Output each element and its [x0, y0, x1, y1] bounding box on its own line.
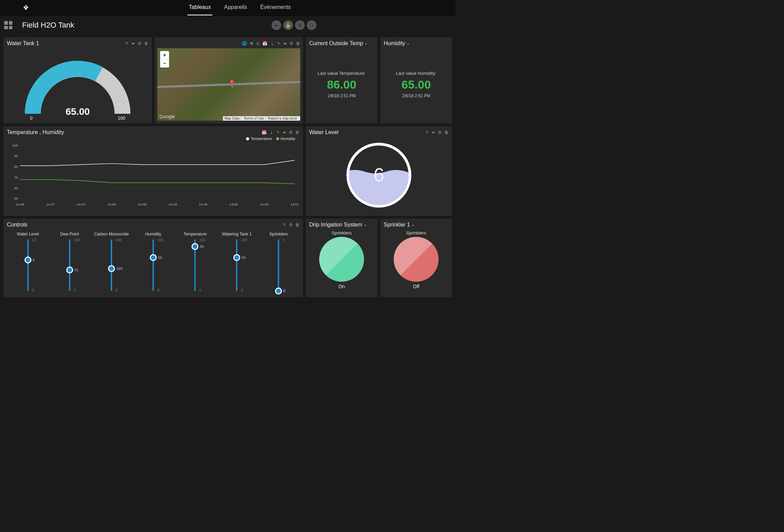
- card-title[interactable]: Drip Irrigation System: [309, 222, 366, 228]
- card-drip-irrigation: Drip Irrigation System Sprinklers On: [306, 219, 378, 297]
- slider-track[interactable]: 100086: [194, 239, 196, 291]
- slider-knob[interactable]: [275, 288, 282, 294]
- gear-icon[interactable]: ⚙: [290, 41, 293, 46]
- gauge: 65.00 0 100: [12, 52, 143, 121]
- slider-track[interactable]: 100041: [69, 239, 70, 291]
- slider-knob[interactable]: [108, 265, 115, 272]
- globe-icon[interactable]: 🌐: [242, 41, 247, 46]
- subheader: Field H2O Tank ➦ 🔓 ⧉ 🖵: [0, 16, 455, 34]
- edit-icon[interactable]: ✎: [283, 222, 286, 227]
- map-data-link[interactable]: Map Data: [225, 117, 241, 120]
- nav-tabs: Tableaux Appareils Événements: [187, 0, 292, 16]
- share-icon[interactable]: ➦: [131, 41, 135, 46]
- toggle-on-button[interactable]: [319, 237, 364, 282]
- slider-track[interactable]: 100: [278, 239, 279, 291]
- monitor-icon[interactable]: 🖵: [307, 20, 316, 30]
- target-icon[interactable]: ◎: [256, 41, 259, 46]
- map-zoom: + −: [160, 51, 169, 68]
- copy-icon[interactable]: ⧉: [295, 20, 305, 30]
- share-icon[interactable]: ➦: [283, 41, 287, 46]
- edit-icon[interactable]: ✎: [276, 130, 280, 135]
- slider-min: 0: [116, 288, 118, 292]
- stat-value: 65.00: [401, 78, 431, 91]
- sliders-row: Water Level1006Dew Point100041Carbon Mon…: [7, 230, 300, 294]
- slider-knob[interactable]: [24, 257, 31, 263]
- svg-text:14:49: 14:49: [199, 202, 208, 206]
- svg-text:14:49: 14:49: [168, 202, 177, 206]
- toggle-off-button[interactable]: [394, 237, 439, 282]
- trash-icon[interactable]: 🗑: [295, 130, 300, 135]
- card-outside-temp: Current Outside Temp Last value Temperat…: [306, 37, 378, 123]
- slider-label: Temperature: [183, 232, 206, 237]
- slider-max: 100: [199, 238, 205, 242]
- gear-icon[interactable]: ⚙: [438, 130, 442, 135]
- card-title[interactable]: Sprinkler 1: [384, 222, 414, 228]
- slider-max: 100: [74, 238, 80, 242]
- slider-knob[interactable]: [150, 254, 157, 261]
- slider-knob[interactable]: [233, 254, 240, 261]
- slider-sprinklers: Sprinklers100: [261, 232, 296, 291]
- slider-knob[interactable]: [192, 243, 198, 250]
- card-title: Water Level: [309, 129, 339, 135]
- slider-knob[interactable]: [66, 267, 73, 273]
- slider-track[interactable]: 100065: [236, 239, 237, 291]
- gear-icon[interactable]: ⚙: [289, 222, 293, 227]
- trash-icon[interactable]: 🗑: [295, 222, 300, 227]
- gear-icon[interactable]: ⚙: [289, 130, 293, 135]
- share-icon[interactable]: ➦: [283, 130, 286, 135]
- unlock-icon[interactable]: 🔓: [283, 20, 293, 30]
- calendar-icon[interactable]: 📅: [262, 130, 267, 135]
- card-water-level: Water Level ✎ ➦ ⚙ 🗑 6: [306, 126, 452, 216]
- calendar-icon[interactable]: 📅: [262, 41, 267, 46]
- page-actions: ➦ 🔓 ⧉ 🖵: [209, 20, 316, 30]
- stat-label: Last value Temperature:: [317, 71, 365, 76]
- card-title[interactable]: Humidity: [384, 40, 409, 47]
- card-title: Temperature , Humidity: [7, 129, 64, 135]
- zoom-in-button[interactable]: +: [160, 51, 169, 59]
- svg-text:14:48: 14:48: [107, 202, 116, 206]
- map-report-link[interactable]: Report a map error: [268, 117, 298, 120]
- map-terms-link[interactable]: Terms of Use: [244, 117, 266, 120]
- slider-max: 100: [157, 238, 164, 242]
- svg-text:14:47: 14:47: [77, 202, 85, 206]
- slider-water-level: Water Level1006: [11, 232, 45, 291]
- edit-icon[interactable]: ✎: [277, 41, 281, 46]
- download-icon[interactable]: ⭳: [270, 41, 274, 46]
- share-icon[interactable]: ➦: [272, 20, 281, 30]
- toggle-sublabel: Sprinklers: [332, 230, 352, 235]
- slider-track[interactable]: 100065: [153, 239, 154, 291]
- apps-grid-icon[interactable]: [4, 21, 12, 29]
- card-title[interactable]: Current Outside Temp: [309, 40, 367, 47]
- gear-icon[interactable]: ⚙: [138, 41, 141, 46]
- trash-icon[interactable]: 🗑: [144, 41, 148, 46]
- download-icon[interactable]: ⭳: [270, 130, 274, 135]
- map-marker-icon[interactable]: 📍: [227, 80, 237, 89]
- edit-icon[interactable]: ✎: [425, 130, 429, 135]
- card-sprinkler-1: Sprinkler 1 Sprinklers Off: [380, 219, 452, 297]
- map-canvas[interactable]: + − 📍 Google Map Data Terms of Use Repor…: [157, 48, 300, 121]
- edit-icon[interactable]: ✎: [125, 41, 129, 46]
- svg-point-1: [26, 6, 28, 8]
- tab-appareils[interactable]: Appareils: [223, 0, 248, 16]
- zoom-out-button[interactable]: −: [160, 59, 169, 68]
- expand-icon[interactable]: ✥: [250, 41, 253, 46]
- trash-icon[interactable]: 🗑: [444, 130, 449, 135]
- slider-track[interactable]: 9000389: [111, 239, 112, 291]
- card-title: Controls: [7, 222, 28, 228]
- toggle-state: On: [339, 284, 345, 289]
- svg-text:14:46: 14:46: [16, 202, 24, 206]
- slider-min: 0: [74, 288, 76, 292]
- slider-min: 0: [157, 288, 159, 292]
- trash-icon[interactable]: 🗑: [296, 41, 300, 46]
- tab-tableaux[interactable]: Tableaux: [187, 0, 212, 16]
- slider-max: 10: [32, 238, 36, 242]
- slider-track[interactable]: 1006: [27, 239, 29, 291]
- tab-evenements[interactable]: Événements: [259, 0, 292, 16]
- share-icon[interactable]: ➦: [432, 130, 435, 135]
- svg-text:14:50: 14:50: [260, 202, 269, 206]
- slider-label: Carbon Monoxcide: [94, 232, 129, 237]
- slider-max: 100: [241, 238, 247, 242]
- slider-label: Watering Tank 1: [222, 232, 252, 237]
- gauge-max: 100: [118, 116, 125, 121]
- svg-text:80: 80: [14, 165, 18, 169]
